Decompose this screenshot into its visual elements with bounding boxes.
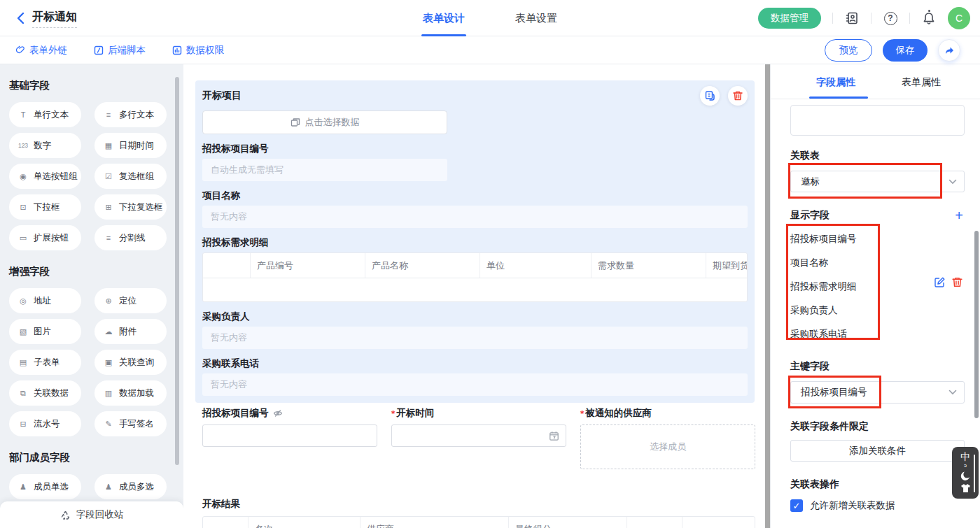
trash-icon [951,276,963,288]
display-fields-list: 招投标项目编号 项目名称 招投标需求明细 采购负责人 采购联系电话 [790,227,965,346]
field-pill-select[interactable]: ⊡下拉框 [9,194,81,220]
copy-field-button[interactable] [700,86,720,106]
primary-key-select[interactable]: 招投标项目编号 [790,381,965,404]
table-ops-label: 关联表操作 [790,478,965,491]
project-no-input[interactable] [202,424,377,447]
result-section[interactable]: 开标结果 名次 供应商 最终得分 [202,498,755,528]
canvas-scrollbar[interactable] [765,64,770,528]
row-field-suppliers[interactable]: *被通知的供应商 选择成员 [580,407,755,469]
field-pill-radio-group[interactable]: ◉单选按钮组 [9,164,81,189]
permission-icon [172,45,182,55]
field-pill-signature[interactable]: ✎手写签名 [94,411,167,436]
data-permission-link[interactable]: 数据权限 [172,44,224,57]
field-pill-checkbox-group[interactable]: ☑复选框组 [94,164,167,189]
user-avatar[interactable]: C [948,7,970,29]
selected-field-group[interactable]: 开标项目 [195,80,755,403]
display-field-item[interactable]: 采购负责人 [790,299,965,322]
field-input-purchase-phone[interactable]: 暂无内容 [202,373,748,396]
translate-icon[interactable]: 中 [960,452,970,462]
field-pill-extend-button[interactable]: ▭扩展按钮 [9,225,81,250]
radio-icon: ◉ [17,172,29,181]
field-pill-member-single[interactable]: ♟成员单选 [9,474,81,499]
scrolled-empty-input[interactable] [790,105,965,136]
save-button[interactable]: 保存 [883,39,927,62]
data-manage-button[interactable]: 数据管理 [758,8,821,29]
serial-number-icon: ⊟ [17,420,29,429]
field-pill-divider[interactable]: ≡分割线 [94,225,167,250]
detail-empty-row [203,278,747,301]
help-icon[interactable]: ? [883,10,898,26]
image-icon: ▧ [17,327,29,336]
panel-scrollbar[interactable] [974,231,979,418]
field-pill-multi-select[interactable]: ⊞下拉复选框 [94,194,167,220]
tab-form-design[interactable]: 表单设计 [423,0,465,36]
tab-field-properties[interactable]: 字段属性 [809,64,862,99]
field-pill-attachment[interactable]: ☁附件 [94,319,167,344]
field-pill-linked-query[interactable]: ▣关联查询 [94,350,167,375]
sidebar-scrollbar[interactable] [175,77,179,465]
backend-script-link[interactable]: 后端脚本 [94,44,146,57]
form-toolbar: 表单外链 后端脚本 数据权限 预览 保存 [0,36,980,64]
tab-form-settings[interactable]: 表单设置 [515,0,557,36]
edit-icon [934,276,946,288]
field-input-purchase-owner[interactable]: 暂无内容 [202,327,748,349]
active-tab-underline [421,34,466,36]
add-condition-button[interactable]: 添加关联条件 [790,440,965,462]
field-pill-linked-data[interactable]: ⧉关联数据 [9,380,81,406]
edit-display-fields-button[interactable] [934,276,946,288]
tab-form-properties[interactable]: 表单属性 [895,64,948,99]
row-field-open-time[interactable]: *开标时间 [391,407,566,469]
field-pill-multi-line-text[interactable]: ≡多行文本 [94,102,167,127]
detail-col-product-no: 产品编号 [251,253,365,278]
share-button[interactable] [938,39,960,62]
link-icon [15,45,25,55]
dark-mode-moon-icon[interactable] [960,471,971,481]
row-field-project-no[interactable]: 招投标项目编号 [202,407,377,469]
condition-label: 关联字段条件限定 [790,420,965,433]
back-icon[interactable] [14,10,29,26]
field-pill-single-line-text[interactable]: T单行文本 [9,102,81,127]
browser-extension-widget[interactable]: 中 ɔ [952,447,979,499]
detail-col-handle [203,253,251,278]
delete-field-button[interactable] [728,86,748,106]
add-display-field-button[interactable]: + [955,209,963,222]
field-pill-data-load[interactable]: ▥数据加载 [94,380,167,406]
chevron-down-icon [948,179,957,185]
contacts-icon[interactable] [844,10,860,26]
toolbar-links: 表单外链 后端脚本 数据权限 [0,44,224,57]
section-title-enhanced: 增强字段 [9,265,183,278]
field-pill-serial-number[interactable]: ⊟流水号 [9,411,81,436]
detail-subtable[interactable]: 产品编号 产品名称 单位 需求数量 期望到货时 [202,252,748,302]
notification-bell-icon[interactable] [921,10,937,26]
select-member-box[interactable]: 选择成员 [580,424,755,469]
field-pill-image[interactable]: ▧图片 [9,319,81,344]
field-pill-number[interactable]: 123数字 [9,133,81,158]
field-input-project-no[interactable]: 自动生成无需填写 [202,159,447,181]
field-recycle-bin[interactable]: 字段回收站 [0,501,183,528]
form-external-link[interactable]: 表单外链 [15,44,67,57]
display-field-item[interactable]: 采购联系电话 [790,322,965,346]
display-field-item[interactable]: 项目名称 [790,251,965,275]
theme-shirt-icon[interactable] [960,483,971,493]
field-pill-datetime[interactable]: ▦日期时间 [94,133,167,158]
open-time-input[interactable] [391,424,566,447]
field-pill-member-multi[interactable]: ♟成员多选 [94,474,167,499]
delete-display-fields-button[interactable] [951,276,963,288]
field-pill-subform[interactable]: ▤子表单 [9,350,81,375]
translate-sub-icon: ɔ [964,464,967,468]
field-input-project-name[interactable]: 暂无内容 [202,206,748,228]
enhanced-fields-grid: ◎地址 ⊕定位 ▧图片 ☁附件 ▤子表单 ▣关联查询 ⧉关联数据 ▥数据加载 ⊟… [9,288,183,436]
allow-add-checkbox[interactable]: ✓ [790,499,803,512]
field-label-project-name: 项目名称 [202,190,748,202]
form-canvas[interactable]: 开标项目 [183,64,770,528]
preview-button[interactable]: 预览 [825,39,872,62]
display-field-item[interactable]: 招投标项目编号 [790,227,965,251]
field-pill-location[interactable]: ⊕定位 [94,288,167,313]
related-table-select[interactable]: 邀标 [790,171,965,192]
page-title[interactable]: 开标通知 [32,10,77,28]
signature-pen-icon: ✎ [102,420,115,429]
select-data-button[interactable]: 点击选择数据 [202,110,447,134]
field-pill-address[interactable]: ◎地址 [9,288,81,313]
detail-col-product-name: 产品名称 [365,253,480,278]
result-subtable[interactable]: 名次 供应商 最终得分 [202,516,755,528]
